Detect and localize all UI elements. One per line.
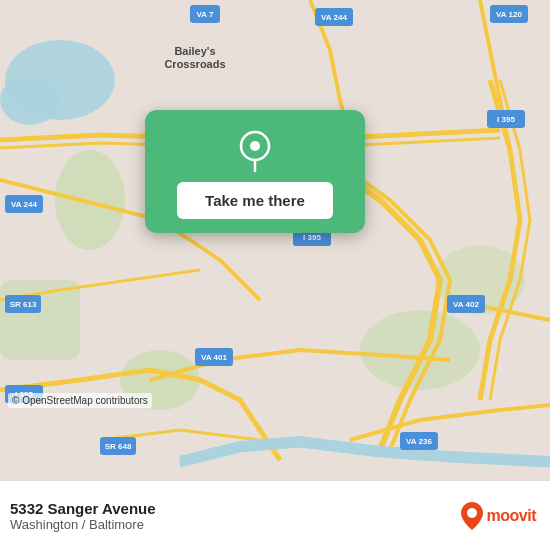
- moovit-pin-icon: [461, 502, 483, 530]
- svg-text:VA 402: VA 402: [453, 300, 479, 309]
- address-block: 5332 Sanger Avenue Washington / Baltimor…: [10, 500, 156, 532]
- map-background: VA 7 VA 7 VA 244 SR 613 I 395 I 395 I 39…: [0, 0, 550, 480]
- svg-text:VA 244: VA 244: [11, 200, 37, 209]
- osm-credit: © OpenStreetMap contributors: [8, 393, 152, 408]
- svg-text:VA 244: VA 244: [321, 13, 347, 22]
- svg-text:VA 401: VA 401: [201, 353, 227, 362]
- svg-text:VA 120: VA 120: [496, 10, 522, 19]
- moovit-logo: moovit: [461, 502, 536, 530]
- popup-card: Take me there: [145, 110, 365, 233]
- map-container: VA 7 VA 7 VA 244 SR 613 I 395 I 395 I 39…: [0, 0, 550, 480]
- svg-text:I 395: I 395: [303, 233, 321, 242]
- svg-point-40: [467, 508, 477, 518]
- bottom-bar: 5332 Sanger Avenue Washington / Baltimor…: [0, 480, 550, 550]
- address-line: 5332 Sanger Avenue: [10, 500, 156, 517]
- svg-text:VA 7: VA 7: [197, 10, 214, 19]
- moovit-text: moovit: [487, 507, 536, 525]
- svg-point-3: [55, 150, 125, 250]
- take-me-there-button[interactable]: Take me there: [177, 182, 333, 219]
- city-line: Washington / Baltimore: [10, 517, 156, 532]
- svg-text:SR 613: SR 613: [10, 300, 37, 309]
- svg-text:Crossroads: Crossroads: [164, 58, 225, 70]
- svg-text:SR 648: SR 648: [105, 442, 132, 451]
- svg-point-2: [0, 75, 60, 125]
- svg-text:Bailey's: Bailey's: [174, 45, 215, 57]
- location-pin-icon: [233, 128, 277, 172]
- svg-text:VA 236: VA 236: [406, 437, 432, 446]
- svg-text:I 395: I 395: [497, 115, 515, 124]
- svg-point-39: [250, 141, 260, 151]
